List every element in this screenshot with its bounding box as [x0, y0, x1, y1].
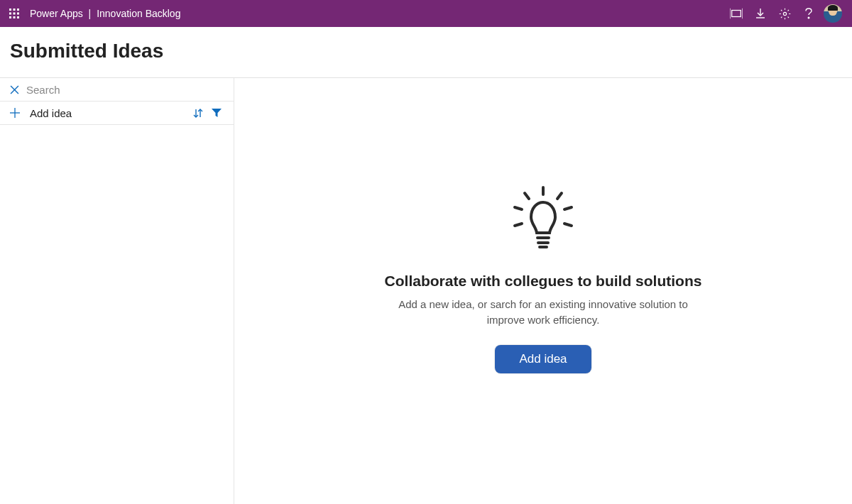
- empty-state-title: Collaborate with collegues to build solu…: [385, 273, 702, 290]
- add-idea-button[interactable]: Add idea: [495, 345, 591, 373]
- svg-rect-0: [9, 9, 11, 11]
- add-idea-label[interactable]: Add idea: [30, 107, 187, 119]
- svg-rect-5: [17, 13, 19, 15]
- svg-rect-1: [13, 9, 16, 11]
- svg-line-29: [564, 224, 572, 226]
- clear-icon[interactable]: [10, 85, 19, 94]
- svg-point-15: [808, 17, 809, 18]
- svg-rect-8: [17, 16, 19, 18]
- plus-icon[interactable]: [10, 108, 20, 118]
- svg-rect-3: [9, 13, 11, 15]
- svg-line-24: [525, 193, 529, 199]
- svg-point-14: [783, 12, 786, 15]
- page-title: Submitted Ideas: [10, 40, 842, 62]
- svg-line-27: [564, 207, 572, 209]
- app-name: Innovation Backlog: [97, 8, 180, 19]
- main-panel: Collaborate with collegues to build solu…: [234, 78, 852, 504]
- topbar-title: Power Apps | Innovation Backlog: [30, 8, 180, 19]
- svg-marker-22: [212, 109, 222, 117]
- svg-rect-6: [9, 16, 11, 18]
- page-header: Submitted Ideas: [0, 27, 852, 77]
- avatar[interactable]: [824, 4, 842, 23]
- app-launcher-icon[interactable]: [6, 5, 23, 22]
- content: Add idea: [0, 77, 852, 504]
- empty-state-subtitle: Add a new idea, or sarch for an existing…: [394, 297, 692, 328]
- svg-rect-4: [13, 13, 16, 15]
- search-row: [0, 78, 234, 102]
- top-bar: Power Apps | Innovation Backlog: [0, 0, 852, 27]
- search-input[interactable]: [26, 84, 224, 96]
- product-name: Power Apps: [30, 8, 83, 19]
- filter-icon[interactable]: [209, 106, 224, 120]
- svg-line-26: [515, 207, 522, 209]
- gear-icon[interactable]: [772, 1, 797, 26]
- svg-rect-2: [17, 9, 19, 11]
- topbar-divider: |: [89, 8, 92, 19]
- svg-rect-9: [732, 11, 741, 17]
- sort-icon[interactable]: [191, 106, 205, 120]
- svg-rect-7: [13, 16, 16, 18]
- fit-to-window-icon[interactable]: [724, 1, 748, 26]
- lightbulb-icon: [508, 185, 579, 258]
- help-icon[interactable]: [797, 1, 821, 26]
- add-idea-row: Add idea: [0, 102, 234, 125]
- download-icon[interactable]: [748, 1, 772, 26]
- sidebar: Add idea: [0, 78, 234, 504]
- svg-line-28: [515, 224, 522, 226]
- svg-line-25: [557, 193, 562, 199]
